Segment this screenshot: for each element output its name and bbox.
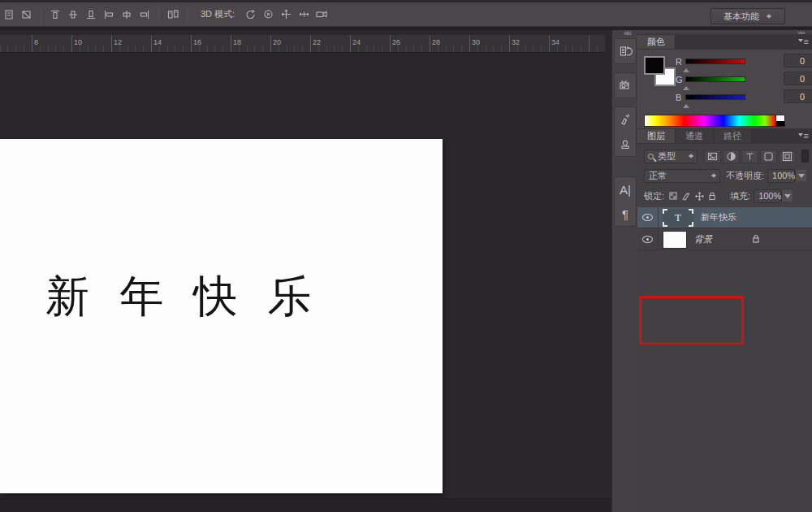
tab-color[interactable]: 颜色 bbox=[637, 35, 676, 49]
align-vertical-centers-icon[interactable] bbox=[64, 6, 82, 24]
spectrum-end-swatches[interactable] bbox=[776, 115, 785, 127]
collapsed-panel-dock: «« A| ¶ bbox=[611, 30, 637, 512]
brush-presets-panel-icon[interactable] bbox=[615, 107, 635, 132]
transform-controls-icon[interactable] bbox=[18, 6, 36, 24]
color-spectrum-ramp[interactable] bbox=[644, 115, 776, 127]
workspace-switcher[interactable]: 基本功能 bbox=[710, 8, 785, 24]
layer-name[interactable]: 背景 bbox=[694, 233, 712, 245]
threed-roll-icon[interactable] bbox=[259, 6, 277, 24]
blend-mode-row: 正常 不透明度: 100% bbox=[637, 167, 812, 184]
lock-label: 锁定: bbox=[644, 190, 664, 202]
horizontal-ruler[interactable]: 8 10 12 14 16 18 20 22 24 26 28 30 32 34 bbox=[0, 35, 605, 53]
color-panel: 颜色 ≡ R 0 G 0 B 0 bbox=[637, 34, 812, 128]
clone-source-panel-icon[interactable] bbox=[615, 132, 635, 156]
foreground-color-swatch[interactable] bbox=[644, 56, 665, 75]
visibility-cell[interactable] bbox=[637, 207, 659, 228]
ruler-number: 8 bbox=[32, 35, 71, 46]
updown-arrows-icon bbox=[710, 171, 717, 180]
tool-preset-icon[interactable] bbox=[0, 6, 18, 24]
layers-panel-menu-icon[interactable]: ≡ bbox=[798, 131, 809, 141]
layer-row-text[interactable]: T 新年快乐 bbox=[637, 207, 812, 228]
actions-panel-icon[interactable] bbox=[615, 73, 635, 98]
tab-channels[interactable]: 通道 bbox=[676, 129, 714, 143]
blue-value-field[interactable]: 0 bbox=[784, 89, 812, 103]
threed-mode-label: 3D 模式: bbox=[201, 8, 235, 20]
ruler-number: 34 bbox=[549, 35, 589, 46]
filter-kind-dropdown[interactable]: 类型 bbox=[644, 150, 698, 163]
color-swatches bbox=[644, 56, 678, 90]
eye-icon bbox=[642, 214, 653, 221]
expand-dock-arrows-icon[interactable]: «« bbox=[624, 28, 630, 37]
fill-field[interactable]: 100% bbox=[754, 189, 781, 203]
ruler-number: 10 bbox=[71, 35, 111, 46]
threed-drag-icon[interactable] bbox=[277, 6, 295, 24]
green-value-field[interactable]: 0 bbox=[784, 72, 812, 85]
red-value-field[interactable]: 0 bbox=[784, 54, 812, 67]
color-panel-menu-icon[interactable]: ≡ bbox=[798, 37, 809, 46]
filter-adjustment-layers-icon[interactable] bbox=[723, 150, 740, 163]
document-canvas[interactable]: 新 年 快 乐 bbox=[0, 139, 443, 493]
filter-pixel-layers-icon[interactable] bbox=[704, 150, 721, 163]
canvas-text-layer[interactable]: 新 年 快 乐 bbox=[45, 267, 320, 327]
ruler-number: 12 bbox=[111, 35, 151, 46]
color-panel-tabbar: 颜色 ≡ bbox=[637, 34, 812, 50]
background-layer-thumbnail[interactable] bbox=[663, 231, 687, 249]
paragraph-panel-icon[interactable]: ¶ bbox=[615, 202, 635, 226]
dock-group-history bbox=[614, 38, 637, 64]
dock-group-brushes bbox=[614, 106, 637, 157]
layers-panel-tabbar: 图层 通道 路径 ≡ bbox=[637, 128, 812, 144]
red-channel-label: R bbox=[676, 57, 682, 67]
character-panel-icon[interactable]: A| bbox=[615, 177, 635, 202]
dock-group-type: A| ¶ bbox=[614, 176, 637, 227]
ruler-number: 28 bbox=[430, 35, 469, 46]
red-channel-slider[interactable] bbox=[685, 59, 745, 64]
blend-mode-dropdown[interactable]: 正常 bbox=[644, 169, 720, 183]
lock-pixels-icon[interactable] bbox=[680, 190, 693, 202]
ruler-number: 14 bbox=[151, 35, 191, 46]
annotation-rectangle bbox=[639, 296, 744, 345]
green-channel-slider[interactable] bbox=[685, 76, 745, 82]
filter-shape-layers-icon[interactable] bbox=[760, 150, 777, 163]
lock-position-icon[interactable] bbox=[693, 190, 706, 202]
layers-panel: 图层 通道 路径 ≡ 类型 正常 不透明度: bbox=[637, 128, 812, 512]
workspace-switcher-label: 基本功能 bbox=[723, 11, 759, 23]
ruler-number: 26 bbox=[390, 35, 430, 46]
align-right-edges-icon[interactable] bbox=[136, 6, 153, 24]
threed-rotate-icon[interactable] bbox=[241, 6, 259, 24]
tab-layers[interactable]: 图层 bbox=[637, 129, 676, 143]
red-slider-handle[interactable] bbox=[683, 65, 689, 72]
align-top-edges-icon[interactable] bbox=[46, 6, 64, 24]
opacity-dropdown-arrow[interactable] bbox=[795, 170, 806, 181]
align-horizontal-centers-icon[interactable] bbox=[118, 6, 136, 24]
blue-slider-handle[interactable] bbox=[683, 101, 689, 108]
ruler-number: 24 bbox=[350, 35, 390, 46]
opacity-label: 不透明度: bbox=[726, 170, 764, 182]
separator bbox=[158, 6, 159, 24]
text-layer-thumbnail[interactable]: T bbox=[663, 209, 693, 227]
filter-smart-objects-icon[interactable] bbox=[779, 150, 796, 163]
opacity-field[interactable]: 100% bbox=[767, 169, 795, 183]
fill-value: 100% bbox=[758, 191, 781, 201]
layer-filtering-toggle[interactable] bbox=[801, 150, 809, 163]
threed-slide-icon[interactable] bbox=[295, 6, 313, 24]
threed-scale-icon[interactable] bbox=[313, 6, 330, 24]
blue-channel-slider[interactable] bbox=[685, 94, 745, 100]
green-slider-handle[interactable] bbox=[683, 83, 689, 90]
fill-dropdown-arrow[interactable] bbox=[781, 190, 793, 202]
background-lock-icon bbox=[751, 232, 761, 247]
layer-row-background[interactable]: 背景 bbox=[637, 229, 812, 250]
align-bottom-edges-icon[interactable] bbox=[82, 6, 100, 24]
auto-align-layers-icon[interactable] bbox=[164, 6, 182, 24]
lock-all-icon[interactable] bbox=[706, 190, 719, 202]
options-bar: 3D 模式: 基本功能 bbox=[0, 0, 812, 27]
layer-name[interactable]: 新年快乐 bbox=[701, 211, 736, 223]
lock-transparency-icon[interactable] bbox=[667, 190, 680, 202]
eye-icon bbox=[642, 236, 653, 243]
history-panel-icon[interactable] bbox=[615, 39, 635, 63]
filter-type-layers-icon[interactable] bbox=[741, 150, 758, 163]
align-left-edges-icon[interactable] bbox=[100, 6, 118, 24]
tab-paths[interactable]: 路径 bbox=[714, 129, 752, 143]
visibility-cell[interactable] bbox=[637, 229, 659, 250]
layer-filter-row: 类型 bbox=[637, 148, 812, 164]
separator bbox=[41, 6, 41, 24]
